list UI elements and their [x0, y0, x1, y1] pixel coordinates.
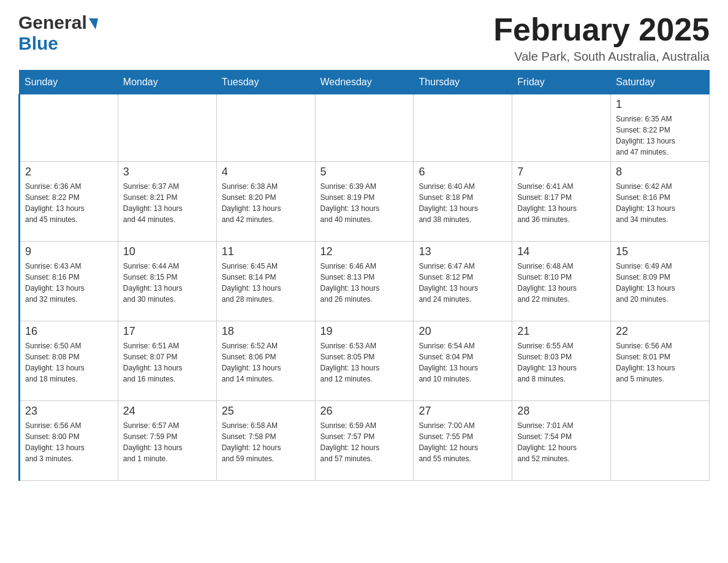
- calendar-day-cell: 17Sunrise: 6:51 AM Sunset: 8:07 PM Dayli…: [118, 321, 216, 401]
- day-number: 7: [517, 166, 605, 178]
- day-number: 24: [123, 405, 211, 418]
- calendar-week-row: 16Sunrise: 6:50 AM Sunset: 8:08 PM Dayli…: [20, 321, 710, 401]
- calendar-day-cell: 23Sunrise: 6:56 AM Sunset: 8:00 PM Dayli…: [20, 401, 118, 481]
- calendar-header-monday: Monday: [118, 71, 216, 94]
- logo-blue-text: Blue: [18, 33, 58, 53]
- day-info: Sunrise: 6:45 AM Sunset: 8:14 PM Dayligh…: [222, 261, 310, 305]
- day-number: 26: [320, 405, 409, 418]
- calendar-week-row: 1Sunrise: 6:35 AM Sunset: 8:22 PM Daylig…: [20, 94, 710, 162]
- calendar-day-cell: 2Sunrise: 6:36 AM Sunset: 8:22 PM Daylig…: [20, 162, 118, 242]
- calendar-day-cell: [414, 94, 512, 162]
- day-number: 9: [25, 245, 113, 258]
- calendar-day-cell: 18Sunrise: 6:52 AM Sunset: 8:06 PM Dayli…: [216, 321, 315, 401]
- day-number: 5: [320, 166, 409, 178]
- day-number: 1: [616, 98, 704, 111]
- calendar-day-cell: 25Sunrise: 6:58 AM Sunset: 7:58 PM Dayli…: [216, 401, 315, 481]
- calendar-day-cell: 6Sunrise: 6:40 AM Sunset: 8:18 PM Daylig…: [414, 162, 512, 242]
- day-info: Sunrise: 6:39 AM Sunset: 8:19 PM Dayligh…: [320, 181, 409, 225]
- calendar-day-cell: 13Sunrise: 6:47 AM Sunset: 8:12 PM Dayli…: [414, 242, 512, 321]
- calendar-day-cell: 15Sunrise: 6:49 AM Sunset: 8:09 PM Dayli…: [611, 242, 710, 321]
- logo-top-row: General: [18, 12, 98, 33]
- day-info: Sunrise: 6:52 AM Sunset: 8:06 PM Dayligh…: [222, 340, 310, 385]
- calendar-day-cell: [216, 94, 315, 162]
- logo-blue-row: Blue: [18, 33, 58, 54]
- calendar-day-cell: [20, 94, 118, 162]
- day-info: Sunrise: 6:55 AM Sunset: 8:03 PM Dayligh…: [517, 340, 605, 385]
- calendar-day-cell: 26Sunrise: 6:59 AM Sunset: 7:57 PM Dayli…: [315, 401, 414, 481]
- calendar-header-sunday: Sunday: [20, 71, 118, 94]
- day-info: Sunrise: 6:41 AM Sunset: 8:17 PM Dayligh…: [517, 181, 605, 225]
- calendar-header-wednesday: Wednesday: [315, 71, 414, 94]
- calendar-header-thursday: Thursday: [414, 71, 512, 94]
- day-info: Sunrise: 6:51 AM Sunset: 8:07 PM Dayligh…: [123, 340, 211, 385]
- calendar-day-cell: [512, 94, 611, 162]
- page-header: General Blue February 2025 Vale Park, So…: [18, 12, 710, 64]
- day-number: 4: [222, 166, 310, 178]
- calendar-day-cell: 9Sunrise: 6:43 AM Sunset: 8:16 PM Daylig…: [20, 242, 118, 321]
- day-info: Sunrise: 6:56 AM Sunset: 8:01 PM Dayligh…: [616, 340, 704, 385]
- day-info: Sunrise: 6:47 AM Sunset: 8:12 PM Dayligh…: [419, 261, 507, 305]
- day-number: 8: [616, 166, 704, 178]
- calendar-day-cell: [611, 401, 710, 481]
- calendar-day-cell: 20Sunrise: 6:54 AM Sunset: 8:04 PM Dayli…: [414, 321, 512, 401]
- day-number: 6: [419, 166, 507, 178]
- day-info: Sunrise: 6:53 AM Sunset: 8:05 PM Dayligh…: [320, 340, 409, 385]
- day-info: Sunrise: 6:56 AM Sunset: 8:00 PM Dayligh…: [25, 420, 113, 464]
- day-info: Sunrise: 6:49 AM Sunset: 8:09 PM Dayligh…: [616, 261, 704, 305]
- calendar-week-row: 9Sunrise: 6:43 AM Sunset: 8:16 PM Daylig…: [20, 242, 710, 321]
- day-number: 11: [222, 245, 310, 258]
- calendar-header-friday: Friday: [512, 71, 611, 94]
- day-info: Sunrise: 6:42 AM Sunset: 8:16 PM Dayligh…: [616, 181, 704, 225]
- day-info: Sunrise: 6:35 AM Sunset: 8:22 PM Dayligh…: [616, 113, 704, 158]
- day-number: 2: [25, 166, 113, 178]
- calendar-day-cell: 4Sunrise: 6:38 AM Sunset: 8:20 PM Daylig…: [216, 162, 315, 242]
- calendar-week-row: 2Sunrise: 6:36 AM Sunset: 8:22 PM Daylig…: [20, 162, 710, 242]
- calendar-day-cell: 16Sunrise: 6:50 AM Sunset: 8:08 PM Dayli…: [20, 321, 118, 401]
- calendar-day-cell: 21Sunrise: 6:55 AM Sunset: 8:03 PM Dayli…: [512, 321, 611, 401]
- calendar-header-row: SundayMondayTuesdayWednesdayThursdayFrid…: [20, 71, 710, 94]
- day-number: 18: [222, 325, 310, 338]
- calendar-day-cell: 19Sunrise: 6:53 AM Sunset: 8:05 PM Dayli…: [315, 321, 414, 401]
- logo: General Blue: [18, 12, 98, 54]
- day-info: Sunrise: 6:59 AM Sunset: 7:57 PM Dayligh…: [320, 420, 409, 464]
- day-number: 27: [419, 405, 507, 418]
- day-number: 17: [123, 325, 211, 338]
- calendar-day-cell: 10Sunrise: 6:44 AM Sunset: 8:15 PM Dayli…: [118, 242, 216, 321]
- day-info: Sunrise: 6:37 AM Sunset: 8:21 PM Dayligh…: [123, 181, 211, 225]
- day-number: 19: [320, 325, 409, 338]
- day-info: Sunrise: 7:00 AM Sunset: 7:55 PM Dayligh…: [419, 420, 507, 464]
- month-title: February 2025: [493, 12, 710, 47]
- calendar-day-cell: 14Sunrise: 6:48 AM Sunset: 8:10 PM Dayli…: [512, 242, 611, 321]
- day-info: Sunrise: 6:36 AM Sunset: 8:22 PM Dayligh…: [25, 181, 113, 225]
- day-info: Sunrise: 6:44 AM Sunset: 8:15 PM Dayligh…: [123, 261, 211, 305]
- day-info: Sunrise: 6:43 AM Sunset: 8:16 PM Dayligh…: [25, 261, 113, 305]
- day-number: 25: [222, 405, 310, 418]
- day-number: 3: [123, 166, 211, 178]
- day-number: 23: [25, 405, 113, 418]
- location-text: Vale Park, South Australia, Australia: [493, 50, 710, 64]
- calendar-header-saturday: Saturday: [611, 71, 710, 94]
- day-number: 22: [616, 325, 704, 338]
- calendar-table: SundayMondayTuesdayWednesdayThursdayFrid…: [18, 70, 710, 481]
- day-info: Sunrise: 6:57 AM Sunset: 7:59 PM Dayligh…: [123, 420, 211, 464]
- day-info: Sunrise: 6:58 AM Sunset: 7:58 PM Dayligh…: [222, 420, 310, 464]
- day-number: 21: [517, 325, 605, 338]
- title-section: February 2025 Vale Park, South Australia…: [493, 12, 710, 64]
- calendar-day-cell: 11Sunrise: 6:45 AM Sunset: 8:14 PM Dayli…: [216, 242, 315, 321]
- calendar-day-cell: 22Sunrise: 6:56 AM Sunset: 8:01 PM Dayli…: [611, 321, 710, 401]
- calendar-day-cell: [315, 94, 414, 162]
- day-number: 15: [616, 245, 704, 258]
- day-info: Sunrise: 6:54 AM Sunset: 8:04 PM Dayligh…: [419, 340, 507, 385]
- day-info: Sunrise: 6:38 AM Sunset: 8:20 PM Dayligh…: [222, 181, 310, 225]
- day-number: 10: [123, 245, 211, 258]
- logo-general-text: General: [18, 12, 87, 33]
- calendar-day-cell: 24Sunrise: 6:57 AM Sunset: 7:59 PM Dayli…: [118, 401, 216, 481]
- day-info: Sunrise: 6:50 AM Sunset: 8:08 PM Dayligh…: [25, 340, 113, 385]
- calendar-day-cell: 7Sunrise: 6:41 AM Sunset: 8:17 PM Daylig…: [512, 162, 611, 242]
- day-number: 28: [517, 405, 605, 418]
- calendar-day-cell: 27Sunrise: 7:00 AM Sunset: 7:55 PM Dayli…: [414, 401, 512, 481]
- day-info: Sunrise: 6:48 AM Sunset: 8:10 PM Dayligh…: [517, 261, 605, 305]
- day-number: 12: [320, 245, 409, 258]
- calendar-day-cell: 1Sunrise: 6:35 AM Sunset: 8:22 PM Daylig…: [611, 94, 710, 162]
- day-info: Sunrise: 6:46 AM Sunset: 8:13 PM Dayligh…: [320, 261, 409, 305]
